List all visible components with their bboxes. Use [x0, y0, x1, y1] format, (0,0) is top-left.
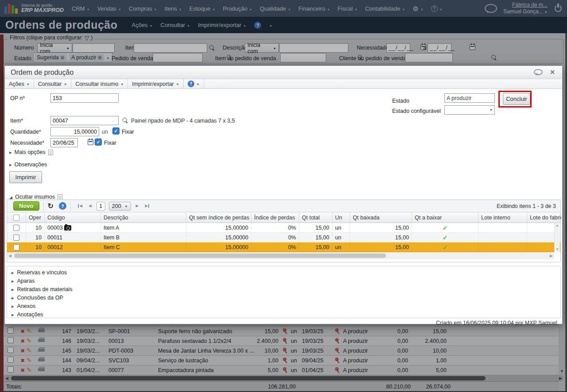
collapsed-arrow-icon — [12, 270, 14, 276]
col-qt-total[interactable]: Qt total — [299, 212, 332, 223]
search-icon[interactable] — [122, 117, 128, 123]
ok-check-icon — [443, 225, 448, 231]
row-checkbox[interactable] — [13, 234, 19, 241]
page-number-box[interactable]: 1 — [96, 202, 105, 211]
collapsed-arrow-icon — [12, 304, 14, 309]
insumo-row[interactable]: 10 00011 Item B 15,00000 0% 15,00 un 15,… — [7, 233, 560, 242]
collapsed-arrow-icon — [12, 287, 14, 292]
last-page-button[interactable] — [145, 204, 149, 208]
note-icon[interactable] — [58, 194, 62, 200]
grid-header-row: Oper Código Descrição Qt sem índice de p… — [7, 212, 560, 223]
chat-bubble-icon[interactable] — [534, 69, 543, 75]
estado-input[interactable] — [444, 93, 495, 103]
chevron-down-icon — [64, 81, 67, 87]
dialog-toolbar: Ações Consultar Consultar insumo Imprimi… — [5, 79, 562, 89]
row-checkbox[interactable] — [13, 225, 19, 231]
scroll-left-icon[interactable] — [8, 254, 12, 258]
indice-perdas: 0% — [251, 242, 299, 252]
expanded-arrow-icon — [9, 194, 12, 200]
ordem-producao-dialog: Ordem de produção Ações Consultar Consul… — [4, 65, 563, 324]
page-size-select[interactable]: 200 — [109, 202, 131, 211]
row-checkbox[interactable] — [13, 244, 19, 250]
note-icon[interactable] — [48, 150, 53, 155]
insumo-row-selected[interactable]: 10 00012 Item C 15,00000 0% 15,00 un 15,… — [7, 242, 560, 252]
col-qt-sem-indice[interactable]: Qt sem índice de perdas — [186, 212, 251, 223]
ok-check-icon — [443, 244, 448, 250]
select-all-checkbox[interactable] — [13, 215, 19, 221]
col-qt-a-baixar[interactable]: Qt a baixar — [412, 212, 478, 223]
help-icon — [188, 81, 194, 87]
divider — [70, 202, 71, 211]
un: un — [332, 233, 350, 242]
ocultar-insumos-toggle[interactable]: Ocultar insumos — [9, 194, 62, 200]
col-qt-baixada[interactable]: Qt baixada — [350, 212, 412, 223]
indice-perdas: 0% — [251, 223, 299, 232]
col-oper[interactable]: Oper — [26, 212, 45, 223]
col-lote-fabricante[interactable]: Lote do fabric — [527, 212, 561, 223]
col-codigo[interactable]: Código — [45, 212, 101, 223]
fixar-quantidade-checkbox[interactable] — [112, 127, 120, 135]
mais-opcoes-toggle[interactable]: Mais opções — [9, 149, 53, 155]
prev-page-button[interactable] — [89, 204, 92, 208]
scrollbar-thumb[interactable] — [14, 254, 386, 258]
collapsed-arrow-icon — [9, 150, 12, 155]
estado-configuravel-label: Estado configurável — [392, 108, 441, 114]
scroll-down-icon[interactable] — [555, 248, 559, 251]
fixar-necessidade-checkbox[interactable] — [95, 138, 102, 146]
item-label: Item* — [10, 118, 23, 124]
dlg-menu-acoes[interactable]: Ações — [5, 79, 34, 88]
dlg-menu-consultar[interactable]: Consultar — [34, 79, 71, 88]
necessidade-input[interactable] — [50, 138, 78, 147]
concluir-button[interactable]: Concluir — [503, 93, 530, 105]
section-reservas[interactable]: Reservas e vínculos — [12, 269, 67, 276]
section-conclusoes[interactable]: Conclusões da OP — [12, 295, 63, 301]
section-aparas[interactable]: Aparas — [12, 278, 35, 284]
op-number-label: OP nº — [10, 95, 25, 101]
grid-toolbar: Novo 1 200 Exibindo itens 1 - 3 de 3 — [7, 200, 560, 212]
item-description-text: Painel ripado de MDP - 4 camadas 7 x 3,5 — [131, 118, 235, 124]
first-page-button[interactable] — [78, 204, 82, 208]
help-icon[interactable] — [59, 202, 66, 210]
col-descricao[interactable]: Descrição — [101, 212, 186, 223]
codigo: 00003 — [45, 223, 101, 232]
col-indice-perdas[interactable]: Índice de perdas — [251, 212, 299, 223]
section-anotacoes[interactable]: Anotações — [12, 311, 43, 318]
codigo: 00011 — [45, 233, 101, 242]
estado-configuravel-select[interactable] — [444, 105, 495, 115]
qt-total: 15,00 — [299, 233, 332, 242]
chevron-down-icon — [120, 81, 123, 87]
divider — [43, 202, 44, 211]
lote-interno — [478, 223, 527, 232]
refresh-icon[interactable] — [48, 203, 54, 210]
novo-button[interactable]: Novo — [13, 201, 39, 211]
imprimir-button[interactable]: Imprimir — [9, 171, 42, 183]
item-input[interactable] — [50, 116, 119, 125]
col-lote-interno[interactable]: Lote interno — [478, 212, 527, 223]
calendar-icon[interactable] — [88, 139, 93, 145]
insumo-row[interactable]: 10 00003 Item A 15,00000 0% 15,00 un 15,… — [7, 223, 560, 233]
un: un — [332, 242, 350, 252]
grid-horizontal-scrollbar[interactable] — [7, 252, 554, 259]
grid-vertical-scrollbar[interactable] — [554, 223, 560, 252]
camera-icon[interactable] — [64, 225, 71, 231]
section-retiradas[interactable]: Retiradas de materiais — [12, 286, 73, 292]
qt-total: 15,00 — [299, 223, 332, 232]
collapsed-arrow-icon — [12, 312, 14, 318]
col-un[interactable]: Un — [332, 212, 350, 223]
scroll-right-icon[interactable] — [550, 254, 553, 258]
oper: 10 — [26, 242, 45, 252]
collapsed-arrow-icon — [9, 162, 12, 168]
dlg-menu-help[interactable] — [184, 79, 204, 88]
next-page-button[interactable] — [136, 204, 139, 208]
qt-baixada: 15,00 — [350, 242, 412, 252]
observacoes-toggle[interactable]: Observações — [9, 161, 47, 168]
scroll-up-icon[interactable] — [555, 224, 559, 227]
close-icon[interactable] — [550, 69, 555, 75]
op-number-input[interactable] — [50, 93, 119, 103]
section-anexos[interactable]: Anexos — [12, 303, 35, 309]
quantidade-input[interactable] — [50, 127, 99, 136]
dlg-menu-imprimir-exportar[interactable]: Imprimir/exportar — [128, 79, 183, 88]
chevron-down-icon — [176, 81, 179, 87]
dlg-menu-consultar-insumo[interactable]: Consultar insumo — [71, 79, 128, 88]
dialog-sections: Reservas e vínculos Aparas Retiradas de … — [7, 266, 561, 318]
